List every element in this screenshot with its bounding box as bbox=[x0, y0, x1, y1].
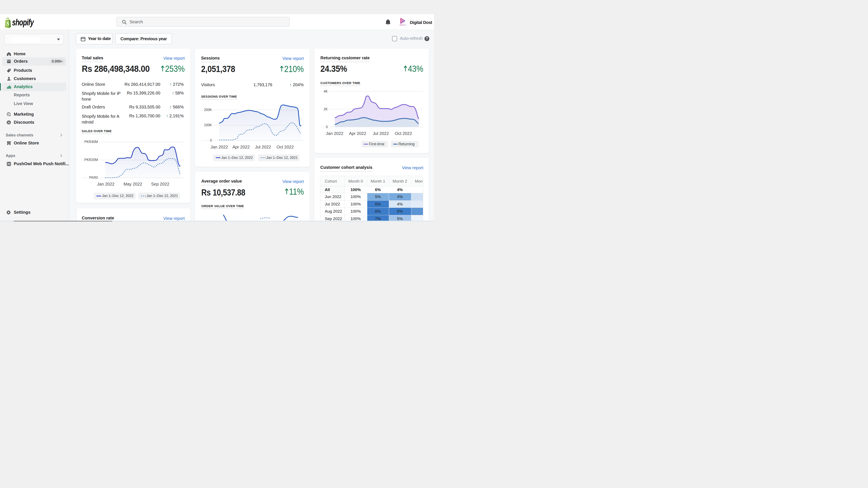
svg-text:DOST: DOST bbox=[404, 24, 406, 26]
svg-text:DIGITAL: DIGITAL bbox=[400, 24, 405, 26]
svg-text:S: S bbox=[6, 20, 9, 27]
svg-text:%: % bbox=[8, 121, 10, 124]
